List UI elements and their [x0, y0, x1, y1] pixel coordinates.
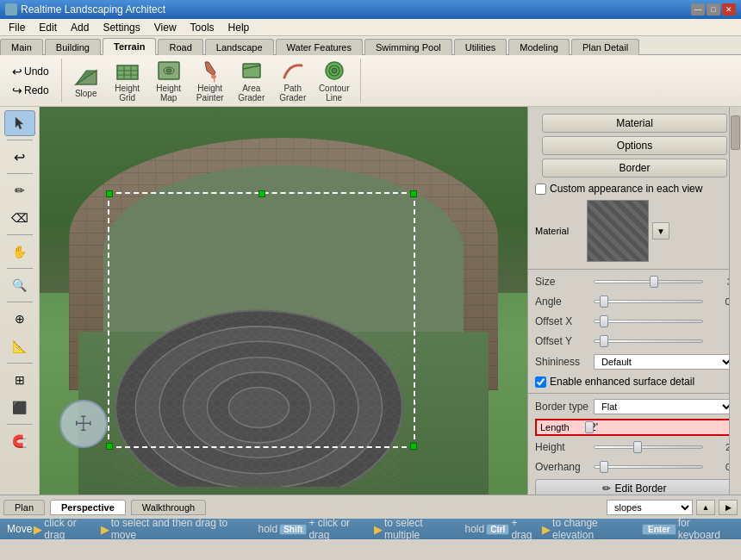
height-painter-tool-button[interactable]: Height Painter [191, 57, 229, 104]
view-tab-perspective[interactable]: Perspective [50, 500, 126, 515]
tab-main[interactable]: Main [0, 39, 43, 55]
terrain-toolbar: ↩ Undo ↪ Redo Slope [0, 55, 741, 107]
tab-swimming-pool[interactable]: Swimming Pool [364, 39, 452, 55]
view-tab-walkthrough[interactable]: Walkthrough [131, 500, 206, 515]
zoom-in-button[interactable]: 🔍 [4, 272, 35, 298]
pan-button[interactable]: ✋ [4, 239, 35, 264]
offset-x-slider-container [594, 314, 703, 328]
offset-y-slider-container [594, 334, 703, 348]
size-label: Size [535, 276, 594, 288]
material-button[interactable]: Material [542, 114, 727, 133]
rotate-button[interactable]: ⊕ [4, 306, 35, 332]
app-icon [5, 3, 17, 16]
tab-plan-detail[interactable]: Plan Detail [571, 39, 639, 55]
overhang-slider-thumb[interactable] [600, 461, 608, 473]
size-slider-container [594, 275, 703, 289]
overhang-slider-track [594, 465, 703, 469]
status-arrow-4: ▶ [542, 523, 551, 536]
slopes-select[interactable]: slopesflatcustom [607, 500, 693, 515]
magnet-button[interactable]: 🧲 [4, 428, 35, 454]
material-thumbnail[interactable] [587, 200, 649, 262]
slope-tool-button[interactable]: Slope [67, 62, 105, 100]
redo-button[interactable]: ↪ Redo [7, 82, 54, 99]
offset-x-slider-thumb[interactable] [600, 315, 608, 327]
edit-icon: ✏ [602, 482, 611, 495]
tab-building[interactable]: Building [45, 39, 101, 55]
slopes-btn-2[interactable]: ▶ [719, 500, 738, 515]
toolbar-separator-5 [7, 302, 33, 302]
offset-y-slider-thumb[interactable] [600, 335, 608, 347]
viewport[interactable]: ☩ [40, 107, 527, 495]
menu-help[interactable]: Help [221, 20, 257, 35]
contour-line-tool-button[interactable]: Contour Line [315, 57, 353, 104]
menu-view[interactable]: View [147, 20, 184, 35]
tab-water-features[interactable]: Water Features [276, 39, 363, 55]
height-row: Height 2" [528, 439, 741, 456]
height-grid-icon [115, 59, 140, 83]
height-painter-icon [198, 59, 222, 83]
tab-landscape[interactable]: Landscape [205, 39, 274, 55]
menu-tools[interactable]: Tools [184, 20, 221, 35]
enhanced-surface-row: Enable enhanced surface detail [528, 374, 741, 389]
angle-slider-thumb[interactable] [600, 296, 608, 308]
edit-border-button[interactable]: ✏ Edit Border [535, 479, 734, 495]
path-grader-tool-button[interactable]: Path Grader [274, 57, 312, 104]
area-grader-tool-button[interactable]: Area Grader [233, 57, 271, 104]
scrollbar-thumb[interactable] [731, 115, 740, 150]
toolbar-separator-6 [7, 363, 33, 364]
status-click-drag: click or drag [44, 517, 98, 541]
length-row-highlighted: Length 2' [535, 419, 734, 436]
maximize-button[interactable]: □ [707, 3, 720, 16]
slopes-btn-1[interactable]: ▲ [696, 500, 715, 515]
menu-edit[interactable]: Edit [32, 20, 64, 35]
content-area: ↩ ✏ ⌫ ✋ 🔍 ⊕ 📐 ⊞ ⬛ 🧲 [0, 107, 741, 495]
status-select-multiple: to select multiple [384, 517, 460, 541]
close-button[interactable]: ✕ [722, 3, 736, 16]
minimize-button[interactable]: — [691, 3, 705, 16]
tab-modeling[interactable]: Modeling [508, 39, 570, 55]
menu-settings[interactable]: Settings [96, 20, 146, 35]
toolbar-separator-4 [7, 268, 33, 269]
options-button[interactable]: Options [542, 136, 727, 155]
tab-terrain[interactable]: Terrain [103, 38, 156, 55]
measure-button[interactable]: 📐 [4, 333, 35, 359]
draw-button[interactable]: ✏ [4, 177, 35, 203]
border-button[interactable]: Border [542, 159, 727, 177]
height-slider-track [594, 445, 703, 449]
height-grid-tool-button[interactable]: Height Grid [109, 57, 146, 104]
enhanced-surface-label: Enable enhanced surface detail [550, 376, 694, 388]
offset-x-row: Offset X 0 [528, 313, 741, 330]
height-painter-tool-label: Height Painter [193, 84, 227, 103]
right-panel-scrollbar[interactable] [729, 107, 741, 495]
layers-button[interactable]: ⬛ [4, 395, 35, 420]
view-tab-plan[interactable]: Plan [3, 500, 45, 515]
menu-file[interactable]: File [2, 20, 32, 35]
height-slider-thumb[interactable] [633, 441, 642, 453]
grid-button[interactable]: ⊞ [4, 367, 35, 393]
status-hold-1: hold [258, 523, 277, 535]
tab-road[interactable]: Road [158, 39, 202, 55]
select-tool-button[interactable] [4, 110, 35, 136]
status-move: Move [7, 523, 32, 535]
eraser-button[interactable]: ⌫ [4, 205, 35, 231]
size-slider-track [594, 280, 703, 283]
status-hold-2: hold [464, 523, 484, 535]
size-slider-thumb[interactable] [650, 276, 658, 288]
border-type-row: Border type FlatBeveledRaisedInset [528, 397, 741, 416]
path-grader-icon [281, 59, 305, 83]
material-dropdown-button[interactable]: ▼ [652, 222, 669, 240]
tab-utilities[interactable]: Utilities [454, 39, 507, 55]
toolbar-separator-3 [7, 234, 33, 235]
enhanced-surface-checkbox[interactable] [535, 376, 546, 388]
border-type-select[interactable]: FlatBeveledRaisedInset [594, 399, 734, 414]
menubar: File Edit Add Settings View Tools Help [0, 19, 741, 36]
height-map-tool-button[interactable]: Height Map [150, 57, 188, 104]
toolbar-separator-1 [7, 140, 33, 140]
menu-add[interactable]: Add [64, 20, 96, 35]
contour-line-tool-label: Contour Line [317, 84, 352, 103]
undo-left-button[interactable]: ↩ [4, 144, 35, 170]
length-slider-thumb[interactable] [585, 421, 594, 433]
undo-button[interactable]: ↩ Undo [7, 63, 54, 80]
shininess-select[interactable]: DefaultLowMediumHigh [594, 354, 734, 370]
custom-appearance-checkbox[interactable] [535, 184, 546, 195]
